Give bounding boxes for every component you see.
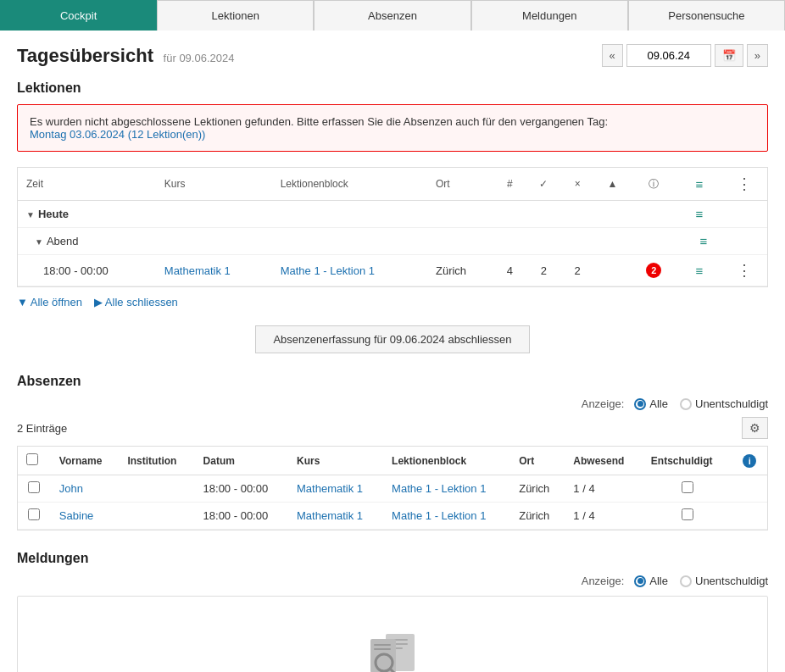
alert-link[interactable]: Montag 03.06.2024 (12 Lektion(en)) [30,128,205,141]
page-title-area: Tagesübersicht für 09.06.2024 [17,45,234,67]
meldungen-radio-unentschuldigt-circle [680,575,692,587]
tab-personensuche[interactable]: Personensuche [628,0,785,31]
meldungen-radio-unentschuldigt[interactable]: Unentschuldigt [680,575,768,587]
abs-sabine-entschuldigt-checkbox[interactable] [682,508,693,520]
lektionen-section-title: Lektionen [17,81,768,96]
nav-tabs: Cockpit Lektionen Absenzen Meldungen Per… [0,0,785,31]
absenzen-table: Vorname Institution Datum Kurs Lektionen… [18,447,767,530]
abs-col-checkbox [18,447,51,475]
abs-row-sabine-vorname[interactable]: Sabine [51,503,120,530]
row-kurs[interactable]: Mathematik 1 [156,255,272,286]
row-dots[interactable]: ⋮ [722,255,767,286]
alert-text-line1: Es wurden nicht abgeschlossene Lektionen… [30,115,755,128]
abs-row-sabine-lektionenblock[interactable]: Mathe 1 - Lektion 1 [383,503,510,530]
col-hash: # [493,168,526,201]
date-next-btn[interactable]: » [747,44,768,67]
john-link[interactable]: John [59,482,83,495]
meldungen-radio-unentschuldigt-label: Unentschuldigt [695,575,768,587]
col-dots: ⋮ [722,168,767,201]
sabine-kurs-link[interactable]: Mathematik 1 [297,509,363,522]
absenzen-radio-unentschuldigt[interactable]: Unentschuldigt [680,397,768,410]
col-ort: Ort [427,168,493,201]
abs-row-sabine-abwesend: 1 / 4 [565,503,642,530]
abs-row-john-entschuldigt[interactable] [643,475,732,503]
tab-cockpit[interactable]: Cockpit [0,0,157,31]
date-calendar-btn[interactable]: 📅 [715,44,743,67]
meldungen-radio-group: Alle Unentschuldigt [634,575,768,587]
absenzen-radio-alle-label: Alle [649,397,668,410]
abs-row-john-abwesend: 1 / 4 [565,475,642,503]
date-prev-btn[interactable]: « [602,44,623,67]
absenzen-radio-alle[interactable]: Alle [634,397,668,410]
subgroup-row-abend[interactable]: ▼Abend ≡ [18,228,767,255]
absenzen-close-btn[interactable]: Absenzenerfassung für 09.06.2024 abschli… [255,325,529,353]
gear-btn[interactable]: ⚙ [742,417,768,439]
lektionenblock-link[interactable]: Mathe 1 - Lektion 1 [281,264,375,277]
group-row-heute[interactable]: ▼Heute ≡ [18,201,767,228]
alle-schliessen-link[interactable]: ▶ Alle schliessen [94,296,178,308]
abs-john-entschuldigt-checkbox[interactable] [682,481,693,493]
list-icon-heute: ≡ [695,207,703,221]
meldungen-anzeige-header: Anzeige: Alle Unentschuldigt [17,575,768,587]
abs-row-sabine-checkbox[interactable] [28,508,40,520]
abs-info-icon[interactable]: i [743,454,756,468]
kurs-link[interactable]: Mathematik 1 [164,264,231,277]
subgroup-list-icon-abend[interactable]: ≡ [676,228,722,255]
abs-row-john-vorname[interactable]: John [51,475,120,503]
john-kurs-link[interactable]: Mathematik 1 [297,482,363,495]
group-list-icon-heute[interactable]: ≡ [676,201,722,228]
abs-col-lektionenblock: Lektionenblock [383,447,510,475]
chevron-icon-heute: ▼ [26,210,35,219]
entries-row: 2 Einträge ⚙ [17,417,768,439]
row-lektionenblock[interactable]: Mathe 1 - Lektion 1 [272,255,427,286]
radio-alle-circle [634,398,646,410]
sabine-lektion-link[interactable]: Mathe 1 - Lektion 1 [392,509,486,522]
absenzen-header-row: Vorname Institution Datum Kurs Lektionen… [18,447,767,475]
group-label-heute: ▼Heute [18,201,676,228]
lektionen-table-header-row: Zeit Kurs Lektionenblock Ort # ✓ × ▲ ⓘ ≡… [18,168,767,201]
tab-meldungen[interactable]: Meldungen [471,0,628,31]
abs-row-john-checkbox[interactable] [28,481,40,493]
row-ort: Zürich [427,255,493,286]
meldungen-radio-alle-circle [634,575,646,587]
abs-select-all-checkbox[interactable] [26,453,38,465]
row-list-icon[interactable]: ≡ [676,255,722,286]
abs-row-john-checkbox-cell[interactable] [18,475,51,503]
row-info-badge-cell: 2 [632,255,676,286]
empty-icon [35,630,750,672]
page-title: Tagesübersicht [17,45,153,66]
list-icon-row: ≡ [695,264,703,278]
absenzen-anzeige-header: Anzeige: Alle Unentschuldigt [17,397,768,410]
tab-lektionen[interactable]: Lektionen [157,0,314,31]
col-kurs: Kurs [156,168,272,201]
absenzen-section-title: Absenzen [17,374,768,389]
john-lektion-link[interactable]: Mathe 1 - Lektion 1 [392,482,486,495]
abs-row-sabine-institution [119,503,194,530]
col-info: ⓘ [632,168,676,201]
meldungen-empty-state: Es wurden keine Meldungen gefunden, welc… [17,596,768,672]
lektionen-data-row: 18:00 - 00:00 Mathematik 1 Mathe 1 - Lek… [18,255,767,286]
abs-row-john-kurs[interactable]: Mathematik 1 [288,475,383,503]
abs-row-john-lektionenblock[interactable]: Mathe 1 - Lektion 1 [383,475,510,503]
abs-row-sabine-kurs[interactable]: Mathematik 1 [288,503,383,530]
meldungen-section: Meldungen Anzeige: Alle Unentschuldigt [17,551,768,672]
row-zeit: 18:00 - 00:00 [18,255,156,286]
col-warning: ▲ [593,168,632,201]
list-icon-abend: ≡ [699,234,707,248]
abs-row-sabine-entschuldigt[interactable] [643,503,732,530]
abs-row-sabine-checkbox-cell[interactable] [18,503,51,530]
col-zeit: Zeit [18,168,156,201]
empty-search-doc-icon [362,630,423,672]
col-x: × [561,168,593,201]
subgroup-label-abend: ▼Abend [18,228,676,255]
date-input[interactable] [626,44,711,67]
tab-absenzen[interactable]: Absenzen [314,0,470,31]
abs-col-entschuldigt: Entschuldigt [643,447,732,475]
col-list: ≡ [676,168,722,201]
sabine-link[interactable]: Sabine [59,509,93,522]
meldungen-radio-alle[interactable]: Alle [634,575,668,587]
date-nav: « 📅 » [602,44,768,67]
chevron-icon-abend: ▼ [35,237,43,247]
dots-icon-row: ⋮ [737,262,752,279]
alle-oeffnen-link[interactable]: ▼ Alle öffnen [17,296,82,308]
